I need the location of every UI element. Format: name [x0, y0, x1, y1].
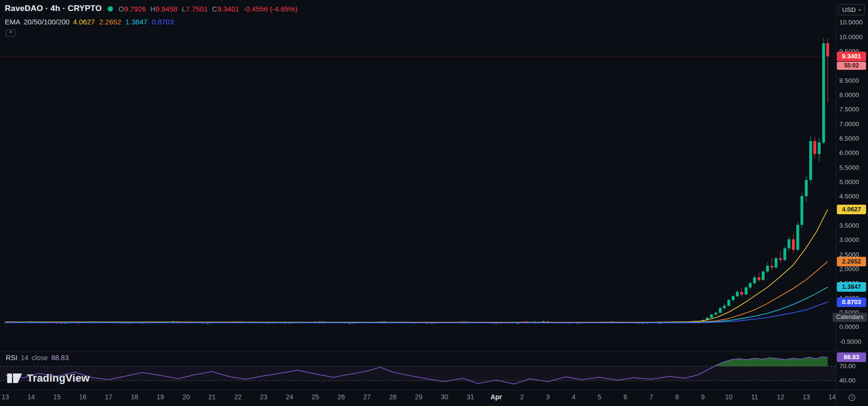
price-axis-label: 10.5000 [839, 19, 863, 26]
time-axis-label: 3 [537, 393, 558, 401]
axis-badge-ema-100: 1.3847 [837, 282, 866, 292]
price-axis-label: 6.5000 [839, 135, 859, 142]
time-axis-label: 22 [227, 393, 248, 401]
chart-canvas[interactable] [0, 0, 836, 406]
indicator-params: 20/50/100/200 [24, 18, 70, 26]
tradingview-logo-text: TradingView [27, 372, 89, 384]
time-axis-label: 17 [98, 393, 119, 401]
time-axis-label: 16 [72, 393, 93, 401]
time-axis-label: 5 [589, 393, 610, 401]
price-axis-label: 7.0000 [839, 121, 859, 128]
tradingview-logo[interactable]: TradingView [7, 372, 89, 384]
pane-collapse-button[interactable]: ^ [6, 30, 15, 37]
time-axis-label: 31 [460, 393, 481, 401]
time-axis-label: 25 [305, 393, 326, 401]
time-axis-label: 18 [124, 393, 145, 401]
rsi-legend-row[interactable]: RSI 14 close 88.83 [6, 354, 68, 362]
price-axis-label: 4.5000 [839, 193, 859, 200]
ohlc-close: C9.3401 [212, 5, 239, 13]
time-axis-label: 2 [512, 393, 533, 401]
rsi-title: RSI [6, 354, 17, 362]
time-axis-label: 21 [201, 393, 223, 401]
ema20-value: 4.0627 [73, 18, 95, 26]
rsi-current-value: 88.83 [51, 354, 68, 362]
time-axis-label: 6 [615, 393, 636, 401]
time-axis-label: 10 [718, 393, 739, 401]
ohlc-open: O9.7926 [119, 5, 146, 13]
ema100-value: 1.3847 [125, 18, 147, 26]
time-axis-label: 19 [150, 393, 171, 401]
symbol-legend-row[interactable]: RaveDAO · 4h · CRYPTO O9.7926 H9.9458 L7… [5, 3, 301, 14]
time-axis-label: 8 [667, 393, 688, 401]
time-axis[interactable]: 13141516171819202122232425262728293031Ap… [0, 390, 836, 406]
time-axis-label: 15 [46, 393, 67, 401]
time-axis-label: 23 [253, 393, 274, 401]
time-axis-label: 20 [176, 393, 197, 401]
tradingview-mark-icon [7, 373, 22, 384]
price-axis-label: -0.5000 [839, 339, 861, 345]
time-axis-label: 7 [641, 393, 662, 401]
price-axis-label: 5.5000 [839, 165, 859, 171]
time-axis-label: 14 [21, 393, 42, 401]
axis-badge-bar-countdown: 55:02 [837, 62, 866, 70]
time-axis-label: 12 [770, 393, 791, 401]
ema200-value: 0.8703 [152, 18, 174, 26]
chart-legend: RaveDAO · 4h · CRYPTO O9.7926 H9.9458 L7… [5, 3, 301, 26]
time-axis-label: 14 [822, 393, 843, 401]
time-axis-label: 13 [0, 393, 16, 401]
rsi-source: close [32, 354, 48, 362]
time-axis-label: 29 [408, 393, 429, 401]
symbol-title[interactable]: RaveDAO · 4h · CRYPTO [5, 4, 102, 13]
time-axis-label: 13 [796, 393, 817, 401]
price-axis-label: 2.0000 [839, 266, 859, 273]
price-axis-label: 5.0000 [839, 179, 859, 186]
tradingview-chart-window: RaveDAO · 4h · CRYPTO O9.7926 H9.9458 L7… [0, 0, 868, 406]
price-axis-label: 10.0000 [839, 34, 863, 41]
rsi-band-label: 70.00 [839, 363, 856, 370]
price-axis-label: 0.0000 [839, 324, 859, 330]
ema-legend-row[interactable]: EMA 20/50/100/200 4.0627 2.2652 1.3847 0… [5, 18, 301, 26]
rsi-band-label: 40.00 [839, 377, 856, 384]
ohlc-high: H9.9458 [150, 5, 178, 13]
indicator-name: EMA [5, 18, 21, 26]
axis-badge-ema-50: 2.2652 [837, 257, 866, 266]
pane-separator[interactable] [0, 351, 868, 352]
currency-label: USD [842, 6, 856, 13]
price-axis-label: 7.5000 [839, 106, 859, 113]
price-axis-label: 8.0000 [839, 92, 859, 99]
currency-dropdown[interactable]: USD ▾ [838, 4, 865, 15]
axis-badge-ema-20: 4.0627 [837, 205, 866, 214]
calendars-badge[interactable]: Calendars [833, 313, 867, 322]
chevron-down-icon: ▾ [859, 8, 861, 12]
time-axis-label: 27 [356, 393, 378, 401]
ema50-value: 2.2652 [99, 18, 121, 26]
price-axis[interactable]: 10.500010.00009.50009.00008.50008.00007.… [836, 0, 868, 390]
axis-badge-ema-200: 0.8703 [837, 297, 866, 307]
rsi-params: 14 [21, 354, 28, 362]
clock-icon[interactable] [848, 394, 856, 404]
price-axis-label: 6.0000 [839, 150, 859, 156]
price-axis-label: 3.0000 [839, 237, 859, 243]
price-axis-label: 3.5000 [839, 222, 859, 229]
market-status-icon [108, 6, 113, 11]
time-axis-label: 4 [563, 393, 584, 401]
time-axis-label: 24 [279, 393, 300, 401]
time-axis-label: 11 [744, 393, 765, 401]
time-axis-label: 28 [382, 393, 403, 401]
time-axis-label: 26 [331, 393, 352, 401]
ohlc-low: L7.7501 [182, 5, 208, 13]
time-axis-label: 9 [692, 393, 713, 401]
axis-badge-last-price: 9.3401 [837, 52, 866, 61]
time-axis-label: 30 [434, 393, 455, 401]
price-axis-label: 8.5000 [839, 77, 859, 84]
change-value: -0.4556 (-4.65%) [244, 5, 298, 13]
time-axis-label: Apr [486, 393, 507, 401]
axis-badge-rsi-value: 88.83 [837, 352, 866, 362]
